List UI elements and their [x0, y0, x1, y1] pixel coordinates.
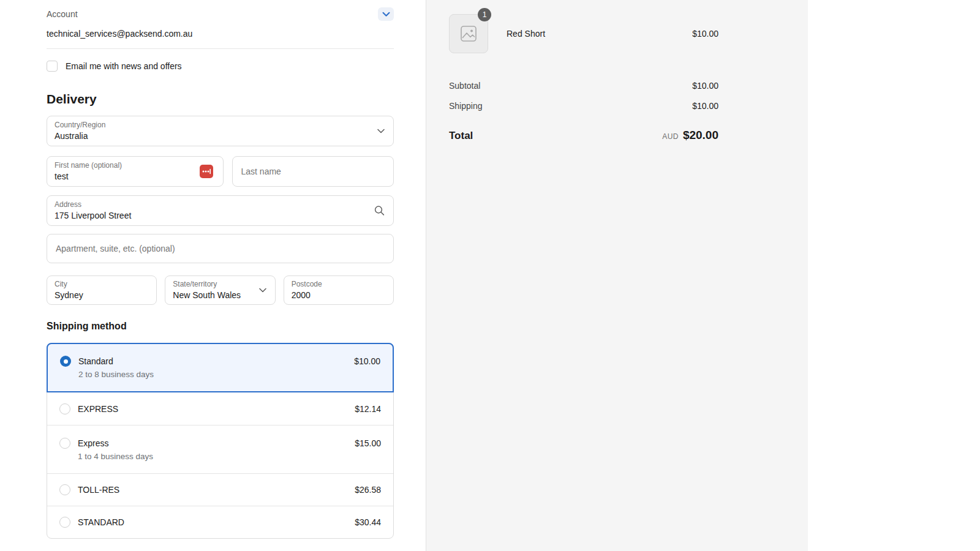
newsletter-row: Email me with news and offers [47, 61, 394, 72]
state-label: State/territory [173, 280, 267, 289]
shipping-option-detail: 2 to 8 business days [78, 369, 154, 380]
shipping-label: Shipping [449, 101, 483, 111]
state-select[interactable]: State/territory New South Wales [165, 276, 275, 305]
subtotal-value: $10.00 [692, 81, 718, 91]
city-label: City [55, 280, 149, 289]
shipping-option-price: $26.58 [355, 484, 381, 495]
city-input[interactable] [55, 290, 149, 300]
quantity-badge: 1 [478, 8, 491, 21]
chevron-down-icon [382, 12, 390, 17]
total-value: $20.00 [683, 129, 718, 142]
product-name: Red Short [507, 29, 545, 39]
chevron-down-icon [259, 288, 266, 293]
postcode-field[interactable]: Postcode [284, 276, 394, 305]
image-placeholder-icon [460, 25, 477, 42]
radio-selected-icon[interactable] [60, 356, 71, 367]
shipping-option-name: STANDARD [78, 517, 124, 528]
shipping-option-name: EXPRESS [78, 403, 118, 414]
product-thumbnail: 1 [449, 14, 488, 53]
checkout-form-column: Account technical_services@packsend.com.… [0, 0, 426, 551]
shipping-method-heading: Shipping method [47, 321, 394, 332]
last-name-field[interactable] [232, 156, 394, 187]
account-section-label: Account [47, 9, 78, 19]
postcode-label: Postcode [292, 280, 386, 289]
shipping-option-standard[interactable]: Standard 2 to 8 business days $10.00 [47, 343, 394, 392]
total-label: Total [449, 130, 473, 142]
first-name-label: First name (optional) [55, 161, 216, 170]
account-section-header: Account [47, 0, 394, 21]
newsletter-label: Email me with news and offers [66, 61, 182, 71]
shipping-option-name: Standard [78, 356, 154, 367]
shipping-value: $10.00 [692, 101, 718, 111]
shipping-option-price: $12.14 [355, 403, 381, 414]
radio-unselected-icon[interactable] [59, 517, 70, 528]
total-row: Total AUD $20.00 [449, 129, 718, 142]
shipping-option-detail: 1 to 4 business days [78, 451, 153, 462]
radio-unselected-icon[interactable] [59, 403, 70, 414]
lastpass-autofill-icon[interactable] [200, 165, 213, 178]
shipping-option-price: $10.00 [354, 356, 380, 367]
address-field[interactable]: Address [47, 195, 394, 226]
country-select[interactable]: Country/Region Australia [47, 116, 394, 146]
shipping-row: Shipping $10.00 [449, 101, 718, 111]
postcode-input[interactable] [292, 290, 386, 300]
shipping-option-toll-res[interactable]: TOLL-RES $26.58 [47, 473, 393, 506]
subtotal-label: Subtotal [449, 81, 480, 91]
address-input[interactable] [55, 211, 386, 220]
apartment-field[interactable] [47, 234, 394, 263]
account-email: technical_services@packsend.com.au [47, 29, 394, 39]
shipping-option-express[interactable]: Express 1 to 4 business days $15.00 [47, 425, 393, 473]
chevron-down-icon [377, 129, 385, 133]
newsletter-checkbox[interactable] [47, 61, 58, 72]
state-value: New South Wales [173, 290, 267, 300]
address-label: Address [55, 200, 386, 209]
account-collapse-button[interactable] [378, 7, 394, 21]
account-divider [47, 48, 394, 49]
first-name-field[interactable]: First name (optional) [47, 156, 224, 187]
shipping-option-name: Express [78, 438, 153, 449]
country-label: Country/Region [55, 121, 386, 130]
cart-line-item: 1 Red Short $10.00 [449, 14, 718, 53]
last-name-input[interactable] [233, 157, 394, 186]
subtotal-row: Subtotal $10.00 [449, 81, 718, 91]
order-summary-panel: 1 Red Short $10.00 Subtotal $10.00 Shipp… [426, 0, 808, 551]
product-price: $10.00 [692, 29, 718, 39]
shipping-option-price: $30.44 [355, 517, 381, 528]
shipping-options-list: Standard 2 to 8 business days $10.00 EXP… [47, 343, 394, 539]
shipping-option-standard-upper[interactable]: STANDARD $30.44 [47, 506, 393, 538]
search-icon [374, 206, 385, 216]
shipping-option-name: TOLL-RES [78, 484, 119, 495]
radio-unselected-icon[interactable] [59, 484, 70, 495]
country-value: Australia [55, 131, 386, 141]
shipping-option-express-upper[interactable]: EXPRESS $12.14 [47, 392, 393, 425]
city-field[interactable]: City [47, 276, 157, 305]
apartment-input[interactable] [47, 234, 393, 263]
shipping-option-price: $15.00 [355, 438, 381, 449]
radio-unselected-icon[interactable] [59, 438, 70, 449]
first-name-input[interactable] [55, 171, 216, 181]
currency-code: AUD [662, 132, 679, 141]
delivery-heading: Delivery [47, 92, 394, 107]
